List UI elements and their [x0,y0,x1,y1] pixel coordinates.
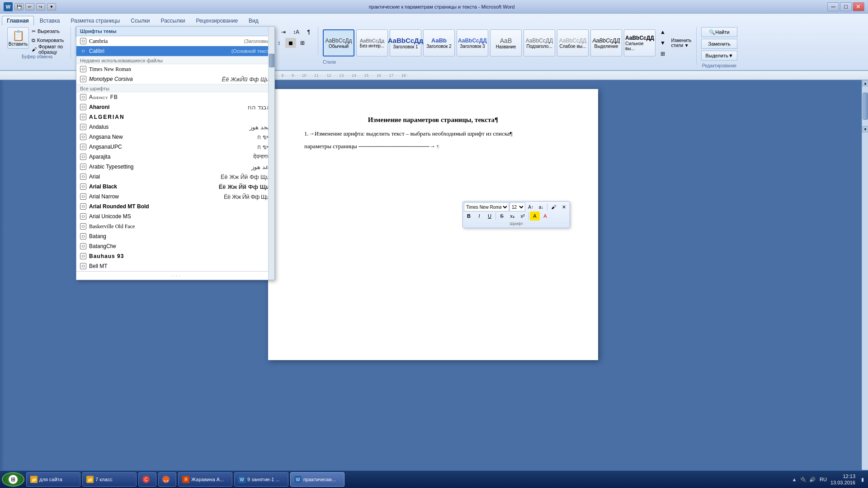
mini-subscript-button[interactable]: x₂ [507,211,517,221]
cut-button[interactable]: ✂ Вырезать [31,27,67,35]
line-spacing-button[interactable]: ↕ [274,38,284,48]
shading-button[interactable]: ◼ [285,38,296,48]
tab-mailings[interactable]: Рассылки [156,16,190,25]
close-button[interactable]: ✕ [853,2,864,11]
mini-size-select[interactable]: 12 [509,202,525,211]
mini-shrink-button[interactable]: a↓ [536,202,546,211]
font-item-aharoni[interactable]: O Aharoni אבגד הוז [76,102,274,112]
font-item-cambria[interactable]: O Cambria (Заголовки) [76,36,274,46]
style-h1-button[interactable]: AaBbCcДд Заголовок 1 [390,29,421,56]
font-item-aparajita[interactable]: O Aparajita देवनागरी [76,152,274,162]
style-h2-button[interactable]: AaBb Заголовок 2 [423,29,455,56]
window-controls: ─ □ ✕ [827,2,864,11]
font-icon-aparajita: O [80,154,86,160]
mini-grow-button[interactable]: A↑ [526,202,536,211]
font-dd-scrollbar[interactable] [268,27,274,280]
tab-view[interactable]: Вид [244,16,264,25]
format-painter-button[interactable]: 🖌 Формат по образцу [31,45,67,53]
style-h3-button[interactable]: AaBbCcДД Заголовок 3 [457,29,488,56]
scroll-up-button[interactable]: ▲ [862,80,868,86]
font-dd-scroll-thumb[interactable] [269,54,274,67]
style-no-space-button[interactable]: AaBbCcДд Без интер... [356,29,388,56]
font-item-baskerville[interactable]: O Baskerville Old Face [76,221,274,231]
show-marks-button[interactable]: ¶ [303,27,314,37]
volume-icon[interactable]: 🔊 [809,476,816,483]
styles-expand[interactable]: ⊞ [657,49,668,59]
tab-references[interactable]: Ссылки [126,16,155,25]
font-item-bauhaus[interactable]: O Bauhaus 93 [76,251,274,261]
font-item-arial[interactable]: O Arial Ёё Жж Йй Фф Щщ [76,172,274,182]
font-item-andalus[interactable]: O Andalus أبجد هوز [76,122,274,132]
increase-indent-button[interactable]: ⇥ [278,27,289,37]
font-item-arialunicode[interactable]: O Arial Unicode MS [76,211,274,221]
find-button[interactable]: 🔍 Найти [701,27,737,37]
mini-highlight-button[interactable]: A [530,211,540,221]
font-item-agency[interactable]: O Agency FB [76,92,274,102]
taskbar-item-word1[interactable]: W 9 занятие-1 ... [234,472,288,487]
mini-close-button[interactable]: ✕ [559,202,569,211]
paste-button[interactable]: 📋 Вставить [7,27,29,49]
scroll-thumb[interactable] [863,93,868,120]
font-item-arialrounded[interactable]: O Arial Rounded MT Bold [76,202,274,211]
show-desktop-icon[interactable]: ▮ [859,476,866,483]
taskbar-item-word2[interactable]: W практически... [290,472,344,487]
scroll-down-button[interactable]: ▼ [862,126,868,132]
mini-text-color-button[interactable]: A [540,211,550,221]
vertical-scrollbar[interactable]: ▲ ▼ [862,80,868,472]
tab-home[interactable]: Главная [2,16,34,25]
quick-save-btn[interactable]: 💾 [14,3,24,10]
replace-button[interactable]: Заменить [701,39,737,49]
minimize-button[interactable]: ─ [827,2,839,11]
mini-bold-button[interactable]: B [464,211,474,221]
style-emphasis-button[interactable]: AaBbCcДД Выделение [590,29,622,56]
maximize-button[interactable]: □ [840,2,852,11]
taskbar-item-yandex[interactable]: Я Жаравина А... [178,472,232,487]
font-item-angsana[interactable]: O Angsana New ก ขฃ [76,132,274,142]
font-item-angsanaupc[interactable]: O AngsanaUPC ก ขฃ [76,142,274,152]
font-item-batangche[interactable]: O BatangChe [76,241,274,251]
border-button[interactable]: ⊞ [297,38,308,48]
sort-button[interactable]: ↕A [291,27,302,37]
language-indicator[interactable]: RU [820,477,827,482]
font-item-batang[interactable]: O Batang [76,231,274,241]
font-item-arialblack[interactable]: O Arial Black Ёё Жж Йй Фф Щщ [76,182,274,192]
font-item-algerian[interactable]: O ALGERIAN [76,112,274,122]
style-normal-button[interactable]: AaBbCcДд Обычный [323,29,354,56]
tab-insert[interactable]: Вставка [35,16,65,25]
font-item-calibri[interactable]: O Calibri (Основной текст) [76,46,274,56]
mini-format-painter-button[interactable]: 🖌 [548,202,558,211]
taskbar-item-folder1[interactable]: 📁 для сайта [26,472,80,487]
font-item-arialnarrow[interactable]: O Arial Narrow Ёё Жж Йй Фф Щщ [76,192,274,202]
network-icon[interactable]: 🔌 [800,476,807,483]
styles-scroll-down[interactable]: ▼ [657,38,668,48]
taskbar-item-firefox[interactable]: 🦊 [158,472,176,487]
font-item-monotype[interactable]: O Monotype Corsiva Ёё ЖжЙй Фф Щщ [76,74,274,84]
mini-underline-button[interactable]: U [485,211,495,221]
font-item-bellmt[interactable]: O Bell MT [76,261,274,271]
mini-font-select[interactable]: Times New Roman [464,202,509,211]
taskbar-item-chrome[interactable]: C [138,472,156,487]
mini-italic-button[interactable]: I [474,211,484,221]
customize-btn[interactable]: ▼ [47,3,56,10]
document-page[interactable]: Изменение параметров страницы, текста¶ 1… [268,89,598,360]
select-button[interactable]: Выделить ▼ [701,51,737,61]
tab-review[interactable]: Рецензирование [191,16,243,25]
styles-scroll-up[interactable]: ▲ [657,27,668,37]
quick-undo-btn[interactable]: ↩ [25,3,34,10]
taskbar-item-folder2[interactable]: 📁 7 класс [82,472,137,487]
change-styles-button[interactable]: Изменить стили ▼ [670,37,693,49]
mini-strikethrough-button[interactable]: S [497,211,507,221]
mini-superscript-button[interactable]: x² [518,211,528,221]
copy-button[interactable]: ⧉ Копировать [31,36,67,44]
font-item-arabictype[interactable]: O Arabic Typesetting أعد هوز [76,162,274,172]
style-title-button[interactable]: AaB Название [490,29,522,56]
tray-expand-icon[interactable]: ▲ [791,476,798,483]
style-subtitle-button[interactable]: AaBbCcДД Подзаголо... [524,29,555,56]
tab-page-layout[interactable]: Разметка страницы [66,16,125,25]
style-strong-button[interactable]: AaBbCcДД Сильное вы... [624,29,656,56]
start-button[interactable]: ⊞ [2,472,24,487]
font-item-times[interactable]: O Times New Roman [76,64,274,74]
style-subtle-button[interactable]: AaBbCcДД Слабое вы... [557,29,589,56]
taskbar-label-folder2: 7 класс [95,477,113,482]
quick-redo-btn[interactable]: ↪ [36,3,45,10]
